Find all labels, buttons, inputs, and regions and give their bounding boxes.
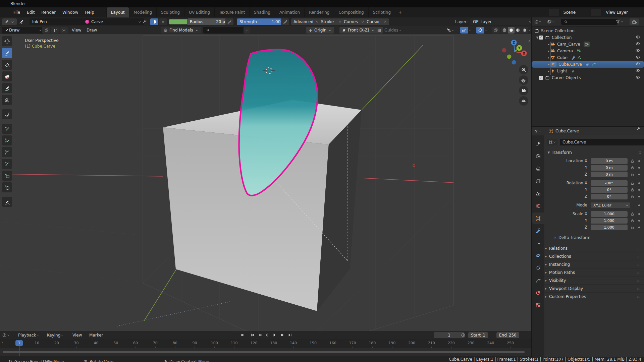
workspace-tab-sculpting[interactable]: Sculpting [156, 7, 184, 17]
object-name-field[interactable]: Cube.Carve [560, 139, 644, 145]
transform-field-z[interactable]: 0° [591, 194, 628, 199]
collection-checkbox[interactable]: ✓ [539, 36, 543, 40]
gp-option-overlap-squares-icon[interactable] [42, 27, 50, 34]
tool-box[interactable] [2, 171, 12, 181]
tool-arc[interactable] [2, 147, 12, 157]
select-visibility-dropdown[interactable] [446, 28, 454, 33]
hide-eye-toggle[interactable] [635, 55, 640, 61]
properties-tab-view-layer[interactable] [532, 175, 544, 187]
scene-selector[interactable]: Scene [561, 9, 589, 16]
transform-field-location-x[interactable]: 0 m [591, 158, 628, 164]
gizmos-toggle[interactable] [460, 27, 468, 34]
blender-menu-icon[interactable] [3, 9, 9, 15]
transform-field-y[interactable]: 0 m [591, 165, 628, 171]
transport-prev-keyframe-icon[interactable] [256, 332, 263, 339]
tool-erase[interactable] [2, 71, 12, 81]
timeline-menu-keying[interactable]: Keying [47, 333, 64, 338]
drag-dots-icon[interactable] [637, 295, 641, 299]
shading-rendered-icon[interactable] [521, 27, 528, 34]
transport-jump-start-icon[interactable] [249, 332, 256, 339]
panel-visibility[interactable]: ▸Visibility [544, 276, 644, 285]
workspace-tab-compositing[interactable]: Compositing [334, 7, 368, 17]
panel-viewport-display[interactable]: ▸Viewport Display [544, 284, 644, 293]
tool-tint[interactable] [2, 83, 12, 93]
origin-dropdown[interactable]: Origin [306, 27, 334, 34]
tool-eyedropper[interactable] [2, 109, 12, 119]
object-name-dropdown[interactable] [547, 139, 557, 145]
tool-line[interactable] [2, 124, 12, 134]
timeline-ruler[interactable]: 1102030405060708090100110120130140150160… [0, 339, 531, 348]
workspace-tab-uv-editing[interactable]: UV Editing [184, 7, 214, 17]
animate-dot[interactable] [638, 204, 640, 206]
animate-dot[interactable] [638, 189, 640, 191]
radius-slider[interactable]: Radius20 px [187, 18, 230, 25]
outliner-search-input[interactable] [561, 19, 618, 25]
nav-camera-view-icon[interactable] [519, 86, 528, 95]
workspace-tab-modeling[interactable]: Modeling [129, 7, 157, 17]
transport-record-icon[interactable] [239, 332, 246, 339]
outliner-row-cam_carve[interactable]: ▸Cam_Carve [532, 41, 644, 48]
lock-icon[interactable] [630, 166, 635, 170]
panel-relations[interactable]: ▸Relations [544, 244, 644, 252]
animate-dot[interactable] [638, 167, 640, 169]
guides-grid-toggle[interactable] [375, 27, 383, 34]
lock-icon[interactable] [630, 172, 635, 177]
viewport-3d[interactable]: User Perspective (1) Cube.Carve ZYX ‹ [0, 34, 531, 331]
subpanel-delta-transform[interactable]: ▸Delta Transform [554, 235, 591, 240]
search-extra-dropdown[interactable] [244, 27, 250, 34]
hide-eye-toggle[interactable] [635, 68, 640, 74]
properties-tab-texture[interactable] [532, 299, 544, 311]
workspace-tab-texture-paint[interactable]: Texture Paint [214, 7, 249, 17]
tool-menu-curves[interactable]: Curves [341, 18, 367, 25]
copy-icon[interactable] [631, 10, 635, 15]
disclosure-triangle[interactable]: ▼ [536, 36, 539, 39]
hide-eye-toggle[interactable] [635, 35, 640, 41]
lock-icon[interactable] [630, 225, 635, 230]
drag-dots-icon[interactable] [637, 254, 641, 259]
find-models-dropdown[interactable]: Find Models [161, 27, 201, 34]
tool-fill[interactable] [2, 60, 12, 70]
use-preview-range-icon[interactable] [461, 333, 466, 338]
menu-edit[interactable]: Edit [23, 7, 38, 17]
drag-dots-icon[interactable] [637, 246, 641, 251]
panel-motion-paths[interactable]: ▸Motion Paths [544, 268, 644, 277]
animate-dot[interactable] [638, 227, 640, 228]
tool-cursor[interactable] [2, 36, 12, 46]
brush-preview-icon[interactable] [17, 18, 25, 25]
shading-wireframe-icon[interactable] [501, 27, 508, 34]
nav-ortho-grid-icon[interactable] [519, 96, 528, 106]
lock-icon[interactable] [630, 212, 635, 216]
workspace-tab-scripting[interactable]: Scripting [368, 7, 395, 17]
drag-dots-icon[interactable] [637, 262, 641, 267]
properties-tab-effects[interactable] [532, 237, 544, 249]
viewport-menu-view[interactable]: View [70, 28, 83, 33]
tool-menu-advanced[interactable]: Advanced [291, 18, 321, 25]
properties-tab-world[interactable] [532, 200, 544, 212]
tool-draw[interactable] [2, 48, 12, 58]
hide-eye-toggle[interactable] [635, 61, 640, 67]
transform-panel-header[interactable]: ▼Transform [547, 150, 572, 155]
lock-icon[interactable] [630, 194, 635, 199]
tool-circle[interactable] [2, 182, 12, 192]
menu-render[interactable]: Render [38, 7, 59, 17]
outliner-row-collection[interactable]: ▼✓Collection [532, 34, 644, 41]
tool-curve[interactable] [2, 159, 12, 169]
transport-play-icon[interactable] [271, 332, 278, 339]
panel-collections[interactable]: ▸Collections [544, 252, 644, 260]
shading-solid-icon[interactable] [508, 27, 515, 34]
remove-x-icon[interactable] [636, 11, 640, 14]
nav-pan-hand-icon[interactable] [519, 75, 528, 85]
animate-dot[interactable] [638, 220, 640, 222]
pin-icon[interactable] [636, 126, 641, 131]
brush-name-field[interactable]: Ink Pen [30, 18, 85, 25]
transport-next-keyframe-icon[interactable] [279, 332, 286, 339]
animate-dot[interactable] [638, 174, 640, 175]
animate-dot[interactable] [638, 160, 640, 162]
transform-field-z[interactable]: 0 m [591, 172, 628, 177]
properties-tab-object[interactable] [532, 213, 544, 224]
workspace-tab-layout[interactable]: Layout [106, 7, 129, 17]
drag-dots-icon[interactable] [637, 287, 641, 291]
material-mode-toggle[interactable] [150, 18, 158, 25]
timeline-editor-dropdown[interactable] [2, 333, 10, 338]
active-tool-dropdown[interactable] [2, 18, 17, 25]
